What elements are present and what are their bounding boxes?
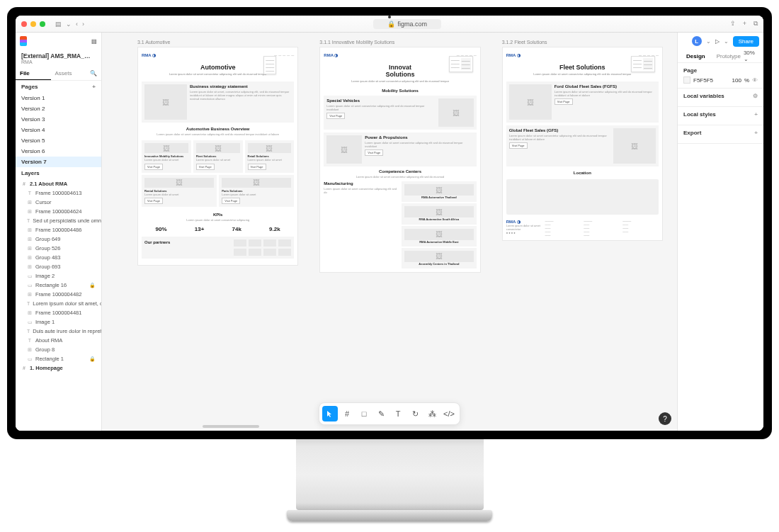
layer-item[interactable]: #2.1 About RMA <box>16 179 101 188</box>
layer-item[interactable]: #1. Homepage <box>16 363 101 373</box>
frame-label[interactable]: 3.1.2 Fleet Solutions <box>502 40 663 45</box>
page-item[interactable]: Version 5 <box>16 135 101 146</box>
overview-card: 🖼Rental SolutionsLorem ipsum dolor sit a… <box>142 175 217 207</box>
strategy-heading: Business strategy statement <box>190 84 291 89</box>
page-item[interactable]: Version 1 <box>16 93 101 103</box>
layer-item[interactable]: ⊞Frame 1000004482 <box>16 290 101 299</box>
shape-tool[interactable]: □ <box>356 406 372 421</box>
user-avatar[interactable]: L <box>692 36 702 46</box>
overview-heading: Automotive Business Overview <box>142 127 294 131</box>
layer-item[interactable]: ⊞Frame 1000004486 <box>16 225 101 234</box>
layer-item[interactable]: TLorem ipsum dolor sit amet, cons <box>16 299 101 308</box>
sidebar-icon[interactable]: ▤ <box>55 21 62 28</box>
hex-value[interactable]: F5F5F5 <box>693 77 713 84</box>
eye-icon[interactable]: 👁 <box>752 77 758 84</box>
panel-toggle-icon[interactable]: ▤ <box>91 38 97 45</box>
artboard-ims[interactable]: RMA ◑ ————— ————————— ————————— InnovatS… <box>319 47 480 273</box>
frame-tool[interactable]: # <box>339 406 355 421</box>
add-icon[interactable]: + <box>754 130 758 136</box>
actions-tool[interactable]: ⁂ <box>424 406 440 421</box>
export-row[interactable]: Export+ <box>683 130 758 136</box>
local-styles-row[interactable]: Local styles+ <box>683 111 758 118</box>
pen-tool[interactable]: ✎ <box>373 406 389 421</box>
layer-item[interactable]: ⊞Group 8 <box>16 345 101 354</box>
pages-header[interactable]: Pages + <box>16 81 101 93</box>
page-item[interactable]: Version 3 <box>16 114 101 125</box>
artboard-fleet[interactable]: RMA ◑ ————— ————————— ————————— Fleet So… <box>502 47 663 241</box>
file-title[interactable]: [External] AMS_RMA_Wiref… <box>16 50 101 60</box>
image-placeholder: 🖼 <box>404 229 474 240</box>
facility-name: Assembly Centers in Thailand <box>404 262 474 266</box>
layer-item[interactable]: TSed ut perspiciatis unde omnis ist <box>16 216 101 225</box>
forward-icon[interactable]: › <box>82 21 84 28</box>
layer-item[interactable]: ⊞Frame 1000004481 <box>16 308 101 317</box>
layer-item[interactable]: ▭Rectangle 16🔒 <box>16 281 101 290</box>
card-heading: Global Fleet Sales (GFS) <box>509 128 610 132</box>
page-section-label: Page <box>683 67 758 74</box>
background-color-row[interactable]: F5F5F5 100 % 👁 <box>683 77 758 84</box>
frame-label[interactable]: 3.1 Automotive <box>137 40 298 45</box>
nav-dropdown: ————————— ————————— <box>631 56 655 72</box>
share-icon[interactable]: ⇪ <box>730 20 736 28</box>
opacity-value[interactable]: 100 <box>732 77 741 84</box>
figma-logo-icon[interactable] <box>20 36 27 46</box>
canvas[interactable]: 3.1 Automotive RMA ◑ ————— ———————————— … <box>102 33 677 431</box>
design-tab[interactable]: Design <box>683 50 708 62</box>
settings-icon[interactable]: ⚙ <box>753 93 758 99</box>
page-item[interactable]: Version 4 <box>16 125 101 135</box>
address-bar[interactable]: 🔒 figma.com <box>373 19 442 29</box>
frame-label[interactable]: 3.1.1 Innovative Mobility Solutions <box>319 40 480 45</box>
add-icon[interactable]: + <box>754 111 758 118</box>
artboard-automotive[interactable]: RMA ◑ ————— ———————————— Automotive Lore… <box>137 47 298 266</box>
camera-notch <box>388 16 391 18</box>
kpis-heading: KPIs <box>142 213 294 217</box>
comment-tool[interactable]: ↻ <box>407 406 423 421</box>
page-item[interactable]: Version 2 <box>16 103 101 114</box>
opacity-unit: % <box>744 77 749 84</box>
local-variables-row[interactable]: Local variables⚙ <box>683 93 758 99</box>
back-icon[interactable]: ‹ <box>76 21 78 28</box>
horizontal-scrollbar[interactable] <box>188 425 591 429</box>
search-icon[interactable]: 🔍 <box>86 67 101 80</box>
chevron-down-icon[interactable]: ⌄ <box>66 21 72 28</box>
page-item[interactable]: Version 7 <box>16 157 101 167</box>
add-page-icon[interactable]: + <box>92 84 96 90</box>
file-tab[interactable]: File <box>16 67 51 80</box>
layer-item[interactable]: TAbout RMA <box>16 336 101 345</box>
share-button[interactable]: Share <box>733 36 759 47</box>
assets-tab[interactable]: Assets <box>51 67 86 80</box>
layer-item[interactable]: TFrame 1000004613 <box>16 188 101 198</box>
layer-item[interactable]: ⊞Group 483 <box>16 253 101 262</box>
tabs-icon[interactable]: ⧉ <box>754 20 758 28</box>
zoom-selector[interactable]: 30% ⌄ <box>744 50 758 62</box>
layer-item[interactable]: ⊞Frame 1000004624 <box>16 207 101 216</box>
maximize-window-icon[interactable] <box>40 21 45 27</box>
facility-name: RMA Automotive Thailand <box>404 196 474 199</box>
layer-item[interactable]: ⊞Group 649 <box>16 234 101 244</box>
layer-item[interactable]: ⊞Group 526 <box>16 244 101 253</box>
layer-item[interactable]: ⊞Cursor <box>16 198 101 207</box>
layer-item[interactable]: ▭Image 1 <box>16 317 101 327</box>
page-item[interactable]: Version 6 <box>16 146 101 157</box>
prototype-tab[interactable]: Prototype <box>714 50 744 62</box>
chevron-down-icon[interactable]: ⌄ <box>724 38 729 45</box>
card-heading: Power & Propulsions <box>365 135 473 140</box>
dev-mode-tool[interactable]: </> <box>441 406 457 421</box>
layer-item[interactable]: ▭Image 2 <box>16 271 101 281</box>
help-button[interactable]: ? <box>659 412 671 425</box>
close-window-icon[interactable] <box>21 21 27 27</box>
move-tool[interactable] <box>322 406 338 421</box>
present-icon[interactable]: ▷ <box>715 38 720 45</box>
partner-logo <box>263 239 276 247</box>
chevron-down-icon[interactable]: ⌄ <box>706 38 711 45</box>
layer-item[interactable]: ▭Rectangle 1🔒 <box>16 354 101 363</box>
body-text: Lorem ipsum dolor sit amet consectetur a… <box>324 187 399 194</box>
layer-item[interactable]: TDuis aute irure dolor in reprehend <box>16 327 101 336</box>
new-tab-icon[interactable]: + <box>743 20 746 28</box>
layer-item[interactable]: ⊞Group 693 <box>16 262 101 271</box>
text-tool[interactable]: T <box>390 406 406 421</box>
social-icons: ● ● ● ● <box>506 231 542 234</box>
color-swatch[interactable] <box>683 77 690 84</box>
footer-col: ————————— <box>622 219 659 237</box>
minimize-window-icon[interactable] <box>30 21 36 27</box>
